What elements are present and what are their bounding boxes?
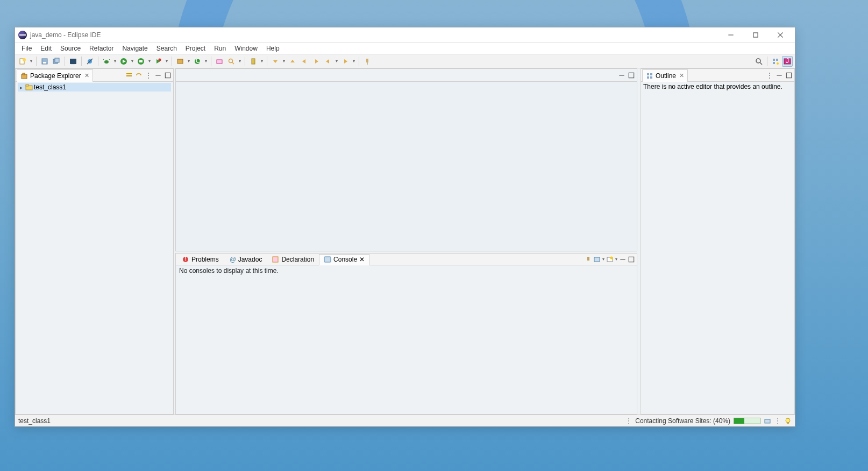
expander-icon[interactable]: ▸ [18, 85, 24, 90]
save-button[interactable] [39, 56, 50, 67]
svg-marker-35 [344, 59, 347, 64]
svg-text:!: ! [184, 256, 186, 263]
new-package-dropdown[interactable]: ▾ [187, 59, 191, 64]
open-perspective-button[interactable] [770, 56, 781, 67]
tab-javadoc[interactable]: @ Javadoc [224, 254, 267, 265]
svg-rect-68 [650, 73, 652, 75]
bottom-maximize-button[interactable] [627, 255, 636, 264]
tree-item[interactable]: ▸ test_class1 [18, 83, 171, 92]
save-all-button[interactable] [51, 56, 62, 67]
svg-marker-34 [326, 59, 329, 64]
menu-file[interactable]: File [17, 44, 36, 53]
run-last-dropdown[interactable]: ▾ [165, 59, 169, 64]
link-editor-button[interactable] [134, 71, 143, 80]
package-explorer-tab[interactable]: Package Explorer ✕ [17, 69, 93, 82]
tab-console[interactable]: Console ✕ [319, 254, 369, 265]
search-button[interactable] [226, 56, 237, 67]
maximize-view-button[interactable] [163, 71, 172, 80]
collapse-all-button[interactable] [125, 71, 133, 80]
tip-icon[interactable] [784, 417, 792, 425]
outline-view-menu[interactable]: ⋮ [765, 71, 774, 80]
menu-edit[interactable]: Edit [36, 44, 56, 53]
coverage-button[interactable] [136, 56, 146, 67]
svg-rect-51 [165, 73, 170, 78]
close-icon[interactable]: ✕ [84, 72, 89, 79]
forward-button[interactable] [311, 56, 322, 67]
svg-rect-75 [787, 423, 789, 424]
open-console-button[interactable] [606, 255, 614, 264]
outline-tab[interactable]: Outline ✕ [642, 69, 688, 82]
tab-declaration[interactable]: Declaration [267, 254, 319, 265]
run-button[interactable] [118, 56, 129, 67]
outline-body: There is no active editor that provides … [641, 82, 794, 414]
quick-access-button[interactable] [753, 56, 764, 67]
console-icon [324, 256, 331, 263]
back-button[interactable] [299, 56, 310, 67]
coverage-dropdown[interactable]: ▾ [147, 59, 152, 64]
svg-marker-32 [302, 59, 305, 64]
open-type-button[interactable] [214, 56, 225, 67]
progress-details-icon[interactable] [764, 417, 771, 425]
package-explorer-body[interactable]: ▸ test_class1 [16, 82, 173, 414]
nav-back-button[interactable] [323, 56, 333, 67]
svg-rect-47 [23, 73, 25, 75]
maximize-button[interactable] [743, 27, 768, 43]
outline-empty-message: There is no active editor that provides … [643, 83, 782, 90]
new-dropdown[interactable]: ▾ [29, 59, 33, 64]
new-java-class-button[interactable]: C [192, 56, 203, 67]
menu-run[interactable]: Run [210, 44, 230, 53]
debug-dropdown[interactable]: ▾ [113, 59, 117, 64]
problems-icon: ! [182, 256, 189, 263]
view-menu-button[interactable]: ⋮ [144, 71, 153, 80]
editor-minimize-button[interactable] [617, 71, 626, 80]
display-console-button[interactable] [593, 255, 601, 264]
pin-editor-button[interactable] [362, 56, 373, 67]
skip-breakpoints-button[interactable] [84, 56, 95, 67]
editor-maximize-button[interactable] [627, 71, 636, 80]
titlebar: java_demo - Eclipse IDE [15, 27, 795, 43]
toggle-mark-button[interactable] [248, 56, 259, 67]
bottom-panel: ! Problems @ Javadoc Declaration Console [175, 253, 637, 414]
tab-problems[interactable]: ! Problems [177, 254, 224, 265]
minimize-view-button[interactable] [154, 71, 162, 80]
svg-rect-41 [776, 59, 778, 61]
editor-area[interactable] [175, 68, 637, 251]
next-annotation-button[interactable] [270, 56, 281, 67]
close-icon[interactable]: ✕ [359, 256, 365, 263]
menu-refactor[interactable]: Refactor [85, 44, 118, 53]
mark-dropdown[interactable]: ▾ [260, 59, 264, 64]
svg-rect-59 [273, 257, 278, 262]
menu-help[interactable]: Help [262, 44, 284, 53]
java-perspective-button[interactable]: J [782, 56, 793, 67]
toolbar: ▾ _ ▾ ▾ ▾ ▾ ▾ C ▾ ▾ ▾ ▾ ▾ [15, 54, 795, 68]
outline-maximize-button[interactable] [785, 71, 793, 80]
menu-search[interactable]: Search [152, 44, 181, 53]
menu-project[interactable]: Project [181, 44, 210, 53]
console-body[interactable]: No consoles to display at this time. [176, 265, 637, 414]
new-button[interactable] [17, 56, 28, 67]
svg-rect-9 [55, 58, 59, 62]
debug-button[interactable] [101, 56, 112, 67]
terminal-button[interactable]: _ [68, 56, 79, 67]
new-java-package-button[interactable] [175, 56, 186, 67]
eclipse-window: java_demo - Eclipse IDE File Edit Source… [15, 27, 795, 427]
new-class-dropdown[interactable]: ▾ [204, 59, 208, 64]
run-dropdown[interactable]: ▾ [130, 59, 134, 64]
svg-line-16 [109, 59, 110, 60]
close-icon[interactable]: ✕ [679, 72, 684, 79]
menu-navigate[interactable]: Navigate [118, 44, 152, 53]
svg-point-27 [229, 59, 233, 62]
menu-window[interactable]: Window [230, 44, 262, 53]
close-button[interactable] [768, 27, 793, 43]
outline-minimize-button[interactable] [775, 71, 784, 80]
menu-source[interactable]: Source [56, 44, 85, 53]
pin-console-button[interactable] [584, 255, 593, 264]
status-message: Contacting Software Sites: (40%) [635, 417, 730, 425]
run-last-button[interactable] [153, 56, 163, 67]
svg-rect-42 [773, 62, 775, 64]
minimize-button[interactable] [718, 27, 743, 43]
nav-forward-button[interactable] [340, 56, 351, 67]
search-dropdown[interactable]: ▾ [238, 59, 242, 64]
bottom-minimize-button[interactable] [618, 255, 627, 264]
prev-annotation-button[interactable] [287, 56, 298, 67]
